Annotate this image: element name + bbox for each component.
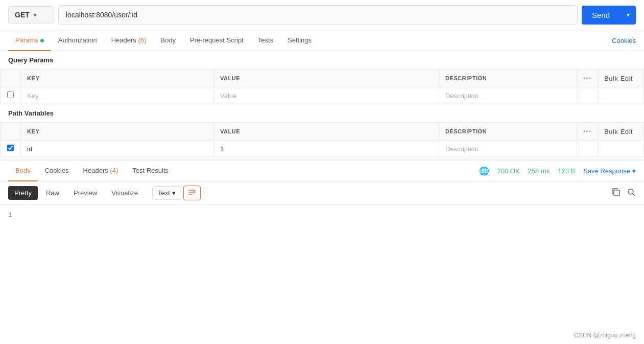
response-section: Body Cookies Headers (4) Test Results 🌐 … [0,159,644,225]
tab-prerequest[interactable]: Pre-request Script [183,30,251,51]
th-bulk-qp: Bulk Edit [598,70,644,87]
wrap-button[interactable] [183,186,201,200]
search-svg [627,188,636,197]
actions-pv [577,141,598,157]
method-chevron-icon: ▼ [33,12,38,18]
th-bulk-pv: Bulk Edit [598,123,644,141]
search-icon[interactable] [627,188,636,199]
format-tab-preview[interactable]: Preview [67,186,103,200]
svg-rect-3 [614,190,619,196]
save-response-chevron: ▾ [632,167,636,175]
method-label: GET [15,11,30,19]
format-tab-raw[interactable]: Raw [40,186,65,200]
desc-placeholder-qp[interactable]: Description [439,87,577,104]
th-desc-qp: DESCRIPTION [439,70,577,87]
save-response-label: Save Response [583,167,630,175]
tab-tests[interactable]: Tests [251,30,280,51]
request-body: Query Params KEY VALUE DESCRIPTION ··· B… [0,51,644,157]
save-response-button[interactable]: Save Response ▾ [583,167,636,175]
resp-size: 123 B [558,167,575,175]
status-ok: 200 OK [497,167,520,175]
th-actions-qp: ··· [577,70,598,87]
query-params-title: Query Params [0,51,644,69]
copy-icon[interactable] [611,188,621,199]
checkbox-qp[interactable] [7,91,14,98]
url-input[interactable] [58,5,578,25]
format-tab-visualize[interactable]: Visualize [105,186,144,200]
send-button[interactable]: Send ▾ [582,6,636,25]
format-tab-pretty[interactable]: Pretty [8,186,38,200]
th-check-qp [1,70,21,87]
send-label: Send [582,6,620,25]
actions-qp [577,87,598,104]
copy-svg [611,188,621,197]
desc-id[interactable]: Description [439,141,577,157]
format-dropdown-label: Text [158,189,170,197]
resp-headers-badge: (4) [110,167,118,174]
path-variables-title: Path Variables [0,104,644,122]
response-tabs: Body Cookies Headers (4) Test Results 🌐 … [0,160,644,181]
tab-authorization[interactable]: Authorization [51,30,104,51]
svg-point-4 [628,189,633,194]
key-id[interactable]: id [21,141,214,157]
wrap-icon [188,189,196,196]
th-key-qp: KEY [21,70,214,87]
resp-tab-test-results[interactable]: Test Results [125,160,176,181]
bulk-edit-pv[interactable]: Bulk Edit [604,128,633,135]
resp-tab-headers[interactable]: Headers (4) [76,160,126,181]
query-param-placeholder-row: Key Value Description [1,87,644,104]
watermark: CSDN @zhiguo.zheng [574,332,636,339]
bulk-qp [598,87,644,104]
tab-body[interactable]: Body [153,30,183,51]
path-var-row-id: id 1 Description [1,141,644,157]
checkbox-pv-id[interactable] [7,145,14,151]
tab-params[interactable]: Params [8,30,51,51]
resp-meta: 🌐 200 OK 258 ms 123 B Save Response ▾ [479,166,636,176]
th-value-qp: VALUE [214,70,439,87]
line-number-1: 1 [8,211,12,219]
top-bar: GET ▼ Send ▾ [0,0,644,30]
th-desc-pv: DESCRIPTION [439,123,577,141]
resp-time: 258 ms [528,167,550,175]
format-bar: Pretty Raw Preview Visualize Text ▾ [0,181,644,205]
svg-line-5 [633,194,635,196]
send-chevron-icon[interactable]: ▾ [621,6,636,24]
resp-tab-body[interactable]: Body [8,160,38,181]
bulk-pv [598,141,644,157]
th-value-pv: VALUE [214,123,439,141]
check-cell-pv [1,141,21,157]
code-area: 1 [0,205,644,225]
tab-headers[interactable]: Headers (6) [104,30,154,51]
dots-icon-qp[interactable]: ··· [583,74,591,82]
globe-icon: 🌐 [479,166,489,176]
path-variables-table: KEY VALUE DESCRIPTION ··· Bulk Edit id 1… [0,122,644,157]
check-cell-qp [1,87,21,104]
params-dot [40,39,44,42]
dots-icon-pv[interactable]: ··· [583,127,591,135]
th-key-pv: KEY [21,123,214,141]
cookies-link[interactable]: Cookies [612,31,636,51]
format-dropdown-chevron: ▾ [172,189,176,197]
headers-badge: (6) [138,36,146,44]
th-check-pv [1,123,21,141]
value-id[interactable]: 1 [214,141,439,157]
query-params-table: KEY VALUE DESCRIPTION ··· Bulk Edit Key … [0,69,644,104]
tab-settings[interactable]: Settings [280,30,319,51]
key-placeholder-qp[interactable]: Key [21,87,214,104]
value-placeholder-qp[interactable]: Value [214,87,439,104]
resp-tab-cookies[interactable]: Cookies [38,160,76,181]
format-dropdown[interactable]: Text ▾ [152,186,181,200]
request-tabs: Params Authorization Headers (6) Body Pr… [0,30,644,51]
method-select[interactable]: GET ▼ [8,6,54,24]
th-actions-pv: ··· [577,123,598,141]
bulk-edit-qp[interactable]: Bulk Edit [604,75,633,82]
